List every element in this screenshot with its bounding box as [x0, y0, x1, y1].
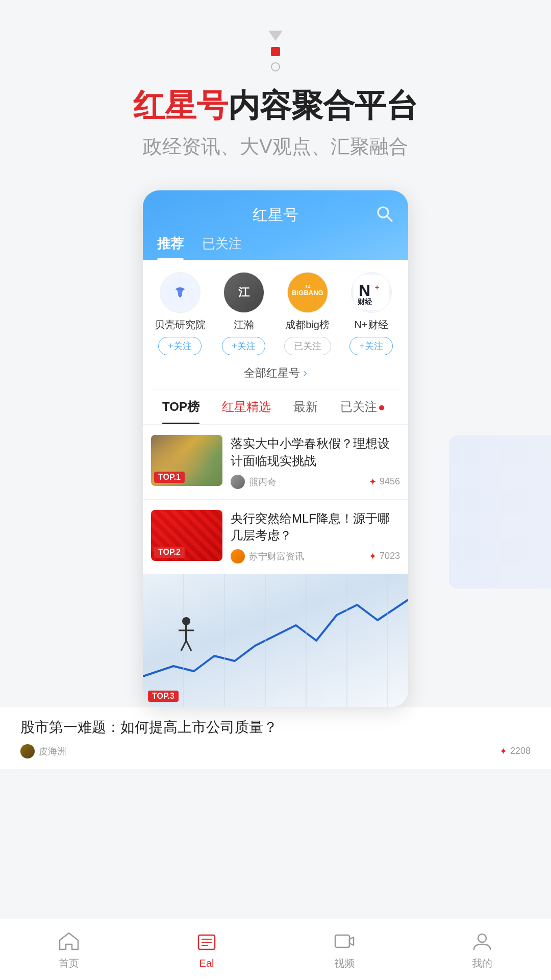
channel-nplus: N + 财经 N+财经 +关注 [342, 272, 400, 355]
follow-btn-bigbang[interactable]: 已关注 [284, 337, 331, 355]
nav-profile[interactable]: 我的 [470, 929, 494, 970]
tab-featured[interactable]: 红星精选 [211, 389, 282, 424]
nav-video-label: 视频 [334, 957, 355, 970]
star-icon-1: ✦ [369, 476, 377, 487]
bottom-news-title: 股市第一难题：如何提高上市公司质量？ [20, 717, 531, 737]
news-author-2: 苏宁财富资讯 [231, 549, 304, 564]
news-count-2: ✦ 7023 [369, 551, 400, 562]
author-name-2: 苏宁财富资讯 [249, 550, 304, 562]
svg-line-19 [181, 641, 186, 651]
bottom-author-name: 皮海洲 [39, 745, 66, 757]
news-item-3[interactable]: TOP.3 [143, 574, 408, 707]
hero-title: 红星号内容聚合平台 [0, 87, 551, 125]
news-content-1: 落实大中小学春秋假？理想设计面临现实挑战 熊丙奇 ✦ 9456 [231, 435, 400, 488]
content-tabs: TOP榜 红星精选 最新 已关注 [143, 389, 408, 425]
svg-line-1 [387, 216, 392, 221]
triangle-icon [268, 31, 283, 41]
red-dot [271, 47, 280, 56]
channel-jianghan: 江 江瀚 +关注 [215, 272, 272, 355]
tab-top[interactable]: TOP榜 [151, 389, 211, 424]
nav-video[interactable]: 视频 [332, 929, 357, 970]
search-icon[interactable] [375, 205, 394, 225]
top-badge-3: TOP.3 [148, 691, 179, 702]
bottom-nav: 首页 Eal 视频 我的 [0, 919, 551, 980]
phone-area: 红星号 推荐 已关注 [0, 190, 551, 706]
svg-text:财经: 财经 [357, 298, 372, 306]
channel-name-nplus: N+财经 [354, 318, 388, 332]
follow-btn-beike[interactable]: +关注 [158, 337, 202, 355]
bottom-author-avatar [20, 744, 35, 758]
count-value-2: 7023 [380, 551, 400, 561]
svg-text:+: + [375, 283, 379, 291]
phone-title: 红星号 [253, 205, 298, 226]
news-thumb-1: TOP.1 [151, 435, 222, 486]
news-list: TOP.1 落实大中小学春秋假？理想设计面临现实挑战 熊丙奇 ✦ 9456 [143, 425, 408, 706]
svg-rect-25 [335, 935, 349, 947]
bottom-star-icon: ✦ [499, 746, 507, 757]
bottom-news-count: ✦ 2208 [499, 746, 531, 757]
news-meta-2: 苏宁财富资讯 ✦ 7023 [231, 549, 400, 564]
bottom-news-author: 皮海洲 [20, 744, 66, 758]
video-icon [332, 929, 357, 953]
channel-name-bigbang: 成都big榜 [285, 318, 330, 332]
channel-avatar-jianghan: 江 [223, 272, 264, 313]
news-meta-1: 熊丙奇 ✦ 9456 [231, 475, 400, 489]
star-icon-2: ✦ [369, 551, 377, 562]
profile-icon [470, 929, 494, 953]
channels-section: 贝壳研究院 +关注 江 江瀚 +关注 [143, 260, 408, 389]
tab-followed[interactable]: 已关注 [329, 389, 395, 424]
channel-bigbang: TZ BIGBANG 成都big榜 已关注 [279, 272, 336, 355]
news-count-1: ✦ 9456 [369, 476, 400, 487]
phone-header: 红星号 推荐 已关注 [143, 190, 408, 260]
nav-eal[interactable]: Eal [194, 930, 219, 969]
bg-decoration [449, 435, 551, 589]
news-item-2[interactable]: TOP.2 央行突然给MLF降息！源于哪几层考虑？ 苏宁财富资讯 ✦ 7023 [143, 500, 408, 574]
channel-name-jianghan: 江瀚 [234, 318, 254, 332]
nav-home[interactable]: 首页 [57, 929, 81, 970]
news-author-1: 熊丙奇 [231, 475, 277, 489]
home-icon [57, 929, 81, 953]
nav-profile-label: 我的 [472, 957, 492, 970]
nav-home-label: 首页 [59, 957, 79, 970]
news-thumb-2: TOP.2 [151, 510, 222, 561]
news-content-2: 央行突然给MLF降息！源于哪几层考虑？ 苏宁财富资讯 ✦ 7023 [231, 510, 400, 564]
nav-eal-label: Eal [199, 958, 214, 969]
news-title-2: 央行突然给MLF降息！源于哪几层考虑？ [231, 510, 400, 544]
phone-header-top: 红星号 [157, 205, 394, 226]
top-badge-1: TOP.1 [154, 472, 185, 483]
all-channels-link[interactable]: 全部红星号 › [151, 355, 400, 389]
channel-avatar-nplus: N + 财经 [351, 272, 392, 313]
svg-text:BIGBANG: BIGBANG [292, 289, 323, 297]
channel-name-beike: 贝壳研究院 [155, 318, 206, 332]
svg-point-16 [182, 617, 190, 625]
top-indicator [0, 0, 551, 71]
news-thumb-3: TOP.3 [143, 574, 408, 707]
count-value-1: 9456 [380, 476, 400, 487]
tab-following[interactable]: 已关注 [202, 235, 242, 260]
news-item-1[interactable]: TOP.1 落实大中小学春秋假？理想设计面临现实挑战 熊丙奇 ✦ 9456 [143, 425, 408, 499]
bottom-news-meta: 皮海洲 ✦ 2208 [20, 744, 531, 758]
tab-recommend[interactable]: 推荐 [157, 235, 184, 260]
channels-grid: 贝壳研究院 +关注 江 江瀚 +关注 [151, 272, 400, 355]
svg-point-26 [478, 934, 486, 942]
author-avatar-1 [231, 475, 245, 489]
channel-avatar-bigbang: TZ BIGBANG [287, 272, 328, 313]
author-name-1: 熊丙奇 [249, 476, 277, 488]
follow-btn-jianghan[interactable]: +关注 [222, 337, 265, 355]
channel-beike: 贝壳研究院 +关注 [151, 272, 209, 355]
channel-avatar-beike [160, 272, 201, 313]
follow-btn-nplus[interactable]: +关注 [349, 337, 393, 355]
news-title-1: 落实大中小学春秋假？理想设计面临现实挑战 [231, 435, 400, 469]
tab-latest[interactable]: 最新 [282, 389, 329, 424]
hero-subtitle: 政经资讯、大V观点、汇聚融合 [0, 134, 551, 160]
author-avatar-2 [231, 549, 245, 564]
bottom-news-section: 股市第一难题：如何提高上市公司质量？ 皮海洲 ✦ 2208 [0, 707, 551, 769]
circle-dot [271, 62, 280, 71]
hero-title-red: 红星号 [133, 88, 228, 123]
bottom-count-value: 2208 [510, 746, 531, 756]
svg-text:N: N [359, 281, 370, 300]
svg-text:TZ: TZ [305, 284, 310, 289]
eal-icon [194, 930, 219, 954]
top-badge-2: TOP.2 [154, 547, 185, 558]
header-tabs: 推荐 已关注 [157, 235, 394, 260]
